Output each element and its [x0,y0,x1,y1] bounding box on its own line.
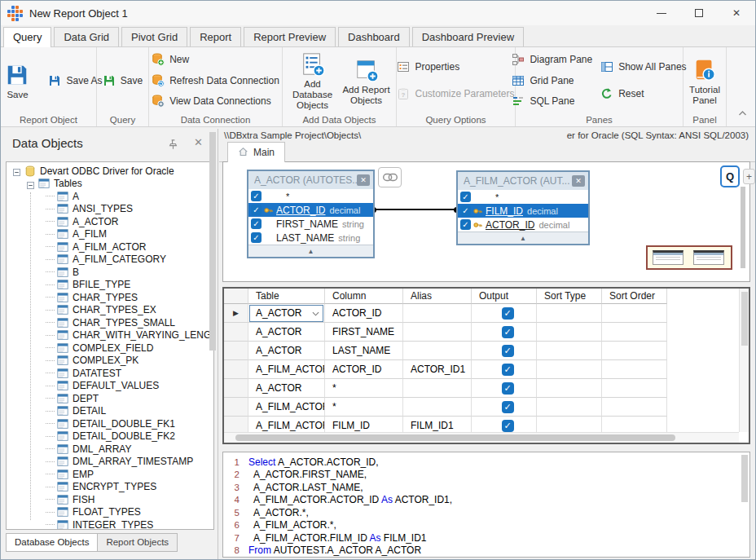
grid-cell-column[interactable]: ACTOR_ID [325,360,403,379]
ribbon-new-button[interactable]: New [147,52,284,67]
grid-row[interactable]: A_ACTORLAST_NAME✓ [224,342,739,360]
tree-item-b[interactable]: B [7,266,213,279]
ribbon-reset-button[interactable]: Reset [596,86,690,101]
grid-column-header-sort-type[interactable]: Sort Type [537,289,602,304]
tree-item-default-values[interactable]: DEFAULT_VALUES [7,380,213,393]
grid-cell-output[interactable]: ✓ [472,379,537,398]
diagram-minimap[interactable] [646,245,732,270]
grid-cell-sort-type[interactable] [537,360,602,379]
grid-cell-table[interactable]: A_ACTOR [248,379,325,398]
grid-row[interactable]: A_FILM_ACTOR*✓ [224,398,739,417]
grid-cell-table[interactable]: A_FILM_ACTOR [248,360,325,379]
sql-editor[interactable]: 1Select A_ACTOR.ACTOR_ID,2 A_ACTOR.FIRST… [223,456,749,558]
diagram-field-actor-id[interactable]: ✓ACTOR_IDdecimal [458,218,588,231]
sidebar-tab-report-objects[interactable]: Report Objects [97,533,178,552]
grid-row[interactable]: ▶A_ACTORACTOR_ID✓ [224,304,739,323]
sidebar-tab-database-objects[interactable]: Database Objects [6,533,98,552]
tab-pivot-grid[interactable]: Pivot Grid [121,27,187,46]
diagram-table-a-film-actor[interactable]: A_FILM_ACTOR (AUT...✕✓*✓FILM_IDdecimal✓A… [456,170,590,245]
ribbon-add-report-objects-button[interactable]: Add ReportObjects [340,55,393,106]
ribbon-add-database-objects-button[interactable]: Add DatabaseObjects [286,50,340,111]
diagram-field-star[interactable]: ✓* [458,190,588,204]
diagram-field-first-name[interactable]: ✓FIRST_NAMEstring [248,217,373,231]
diagram-scrollbar[interactable] [741,187,745,268]
query-tab-button[interactable]: Q [720,165,740,187]
tree-item-detail-double-fk1[interactable]: DETAIL_DOUBLE_FK1 [7,417,213,430]
tree-item-complex-pk[interactable]: COMPLEX_PK [7,355,213,368]
tree-item-integer-types[interactable]: INTEGER_TYPES [7,518,213,530]
diagram-table-header[interactable]: A_ACTOR (AUTOTES...✕ [248,171,373,189]
diagram-field-actor-id[interactable]: ✓ACTOR_IDdecimal [248,203,373,217]
grid-cell-column[interactable]: FILM_ID [325,417,403,432]
output-checkbox[interactable]: ✓ [502,307,514,320]
close-icon[interactable]: ✕ [572,175,585,187]
tree-item-char-types-ex[interactable]: CHAR_TYPES_EX [7,304,213,317]
tree-item-a-film-actor[interactable]: A_FILM_ACTOR [7,240,213,254]
grid-cell-output[interactable]: ✓ [472,304,537,323]
tab-query[interactable]: Query [3,27,51,47]
ribbon-properties-button[interactable]: Properties [393,60,518,74]
grid-cell-sort-type[interactable] [537,323,602,342]
grid-cell-alias[interactable] [403,398,472,417]
tab-dashboard[interactable]: Dashboard [338,27,410,46]
diagram-table-header[interactable]: A_FILM_ACTOR (AUT...✕ [458,172,588,190]
collapse-icon[interactable] [27,180,34,187]
tree-item-emp[interactable]: EMP [7,468,213,481]
grid-horizontal-scrollbar[interactable] [224,432,739,443]
grid-column-header-column[interactable]: Column [325,289,403,304]
tab-dashboard-preview[interactable]: Dashboard Preview [412,27,524,46]
grid-cell-sort-type[interactable] [537,398,602,417]
ribbon-save-button[interactable]: Save [0,60,44,100]
field-checkbox[interactable]: ✓ [251,232,262,243]
output-checkbox[interactable]: ✓ [502,401,514,413]
grid-cell-column[interactable]: * [325,379,403,398]
grid-cell-column[interactable]: ACTOR_ID [325,304,403,323]
grid-cell-alias[interactable] [403,379,472,398]
grid-cell-alias[interactable]: FILM_ID1 [403,417,472,432]
grid-row[interactable]: A_ACTOR*✓ [224,379,739,398]
tree-item-datatest[interactable]: DATATEST [7,367,213,380]
field-checkbox[interactable]: ✓ [251,218,262,229]
collapse-arrow-icon[interactable]: ▲ [248,245,373,257]
grid-cell-output[interactable]: ✓ [472,398,537,417]
tree-item-encrypt-types[interactable]: ENCRYPT_TYPES [7,481,213,494]
output-checkbox[interactable]: ✓ [502,420,514,432]
tree-item-a-film-category[interactable]: A_FILM_CATEGORY [7,254,213,267]
tree-item-tables[interactable]: Tables [7,178,213,191]
grid-cell-alias[interactable] [403,304,472,323]
field-checkbox[interactable]: ✓ [251,205,262,215]
ribbon-diagram-pane-button[interactable]: Diagram Pane [508,52,596,67]
output-checkbox[interactable]: ✓ [502,364,514,376]
minimize-icon[interactable] [643,1,680,25]
grid-row[interactable]: A_ACTORFIRST_NAME✓ [224,323,739,342]
field-checkbox[interactable]: ✓ [460,205,471,216]
tree-item-char-with-varying-length[interactable]: CHAR_WITH_VARYING_LENGTH [7,329,213,342]
grid-cell-column[interactable]: LAST_NAME [325,342,403,360]
tree-item-float-types[interactable]: FLOAT_TYPES [7,506,213,519]
ribbon-refresh-data-connection-button[interactable]: Refresh Data Connection [147,73,284,88]
grid-column-header-output[interactable]: Output [472,289,537,304]
output-checkbox[interactable]: ✓ [502,382,514,395]
diagram-field-star[interactable]: ✓* [248,189,373,203]
tree-item-bfile-type[interactable]: BFILE_TYPE [7,279,213,292]
tree-item-a-film[interactable]: A_FILM [7,228,213,241]
tree-item-a-actor[interactable]: A_ACTOR [7,215,213,228]
field-checkbox[interactable]: ✓ [460,219,471,230]
grid-cell-column[interactable]: FIRST_NAME [325,323,403,342]
grid-cell-table[interactable]: A_ACTOR [248,304,325,323]
grid-cell-alias[interactable] [403,323,472,342]
tree-item-fish[interactable]: FISH [7,493,213,506]
ribbon-grid-pane-button[interactable]: Grid Pane [508,73,596,88]
ribbon-collapse-icon[interactable] [738,105,747,120]
ribbon-show-all-panes-button[interactable]: Show All Panes [596,60,690,74]
tree-item-detail-double-fk2[interactable]: DETAIL_DOUBLE_FK2 [7,430,213,443]
grid-cell-output[interactable]: ✓ [472,323,537,342]
add-query-tab-button[interactable]: + [743,169,755,184]
tab-main[interactable]: Main [227,142,285,162]
ribbon-save-button[interactable]: Save [99,73,147,88]
close-icon[interactable]: ✕ [718,1,755,25]
chevron-down-icon[interactable] [312,307,323,319]
grid-cell-sort-order[interactable] [602,360,667,379]
grid-row[interactable]: A_FILM_ACTORACTOR_IDACTOR_ID1✓ [224,360,739,379]
grid-cell-sort-type[interactable] [537,379,602,398]
